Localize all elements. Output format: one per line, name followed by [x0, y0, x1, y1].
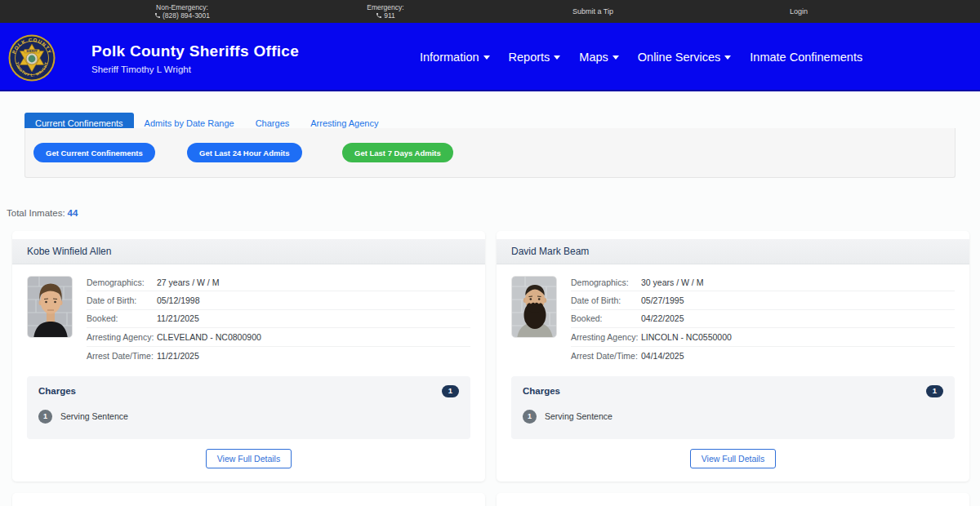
charges-title: Charges	[523, 386, 560, 396]
chevron-down-icon	[483, 55, 490, 60]
site-header: POLK COUNTY TIMOTHY L. WRIGHT SHERIFF Po…	[0, 23, 980, 91]
mugshot-photo	[511, 276, 557, 338]
login-link[interactable]: Login	[766, 0, 831, 23]
mugshot-photo	[27, 276, 73, 338]
view-full-details-button[interactable]: View Full Details	[206, 449, 292, 468]
field-label: Arresting Agency:	[87, 332, 157, 342]
sheriff-badge-logo[interactable]: POLK COUNTY TIMOTHY L. WRIGHT SHERIFF	[8, 33, 56, 82]
brand-titles: Polk County Sheriffs Office Sheriff Timo…	[91, 42, 299, 74]
inmate-cards: Kobe Winfield Allen	[12, 231, 969, 506]
charge-item: 1 Serving Sentence	[523, 410, 943, 424]
charge-label: Serving Sentence	[545, 411, 612, 421]
chevron-down-icon	[612, 55, 619, 60]
get-last-24-hour-admits-button[interactable]: Get Last 24 Hour Admits	[187, 143, 302, 162]
submit-tip-link[interactable]: Submit a Tip	[552, 0, 634, 23]
view-full-details-button[interactable]: View Full Details	[690, 449, 776, 468]
charges-section: Charges 1 1 Serving Sentence	[27, 376, 470, 439]
site-subtitle: Sheriff Timothy L Wright	[91, 64, 299, 74]
phone-icon	[376, 12, 382, 21]
main-content: Current Confinements Admits by Date Rang…	[0, 91, 980, 506]
charges-section: Charges 1 1 Serving Sentence	[511, 376, 955, 439]
get-current-confinements-button[interactable]: Get Current Confinements	[33, 143, 155, 162]
svg-text:SHERIFF: SHERIFF	[26, 50, 38, 53]
charges-title: Charges	[38, 386, 76, 396]
agency-value: LINCOLN - NC0550000	[641, 332, 732, 342]
demographics-value: 27 years / W / M	[157, 277, 219, 287]
booked-value: 11/21/2025	[157, 313, 199, 323]
non-emergency-contact: Non-Emergency: (828) 894-3001	[129, 4, 235, 20]
field-label: Arrest Date/Time:	[571, 351, 641, 361]
charge-item: 1 Serving Sentence	[38, 410, 459, 424]
inmate-fields: Demographics:30 years / W / M Date of Bi…	[571, 273, 955, 365]
field-label: Demographics:	[87, 277, 157, 287]
demographics-value: 30 years / W / M	[641, 277, 703, 287]
dob-value: 05/12/1998	[157, 295, 200, 305]
charge-label: Serving Sentence	[60, 411, 128, 421]
arrest-value: 11/21/2025	[157, 351, 199, 361]
arrest-value: 04/14/2025	[641, 351, 684, 361]
emergency-phone-link[interactable]: 911	[353, 12, 418, 21]
field-label: Demographics:	[571, 277, 641, 287]
utility-topbar: Non-Emergency: (828) 894-3001 Emergency:…	[0, 0, 980, 23]
chevron-down-icon	[554, 55, 560, 60]
non-emergency-phone-link[interactable]: (828) 894-3001	[129, 12, 235, 21]
total-inmates: Total Inmates:44	[7, 208, 78, 218]
field-label: Date of Birth:	[571, 295, 641, 305]
inmate-fields: Demographics:27 years / W / M Date of Bi…	[87, 273, 470, 365]
inmate-name: Kobe Winfield Allen	[12, 239, 485, 264]
charges-count-badge: 1	[926, 385, 943, 397]
phone-icon	[154, 12, 161, 21]
nav-online-services[interactable]: Online Services	[638, 51, 732, 64]
charge-number-badge: 1	[38, 410, 52, 424]
dob-value: 05/27/1995	[641, 295, 684, 305]
agency-value: CLEVELAND - NC0800900	[157, 332, 261, 342]
nav-information[interactable]: Information	[420, 51, 490, 64]
get-last-7-days-admits-button[interactable]: Get Last 7 Days Admits	[342, 143, 453, 162]
field-label: Date of Birth:	[87, 295, 157, 305]
inmate-card: Kobe Winfield Allen	[12, 231, 485, 482]
field-label: Booked:	[87, 313, 157, 323]
inmate-card	[12, 493, 485, 506]
field-label: Arrest Date/Time:	[87, 351, 157, 361]
field-label: Arresting Agency:	[571, 332, 641, 342]
nav-reports[interactable]: Reports	[509, 51, 561, 64]
chevron-down-icon	[724, 55, 731, 60]
total-inmates-value: 44	[68, 208, 78, 218]
inmate-card	[497, 493, 969, 506]
inmate-name: David Mark Beam	[497, 239, 969, 264]
nav-inmate-confinements[interactable]: Inmate Confinements	[750, 51, 862, 64]
charge-number-badge: 1	[523, 410, 537, 424]
charges-count-badge: 1	[442, 385, 459, 397]
nav-maps[interactable]: Maps	[579, 51, 618, 64]
site-title: Polk County Sheriffs Office	[91, 42, 299, 60]
inmate-card: David Mark Beam	[497, 231, 969, 482]
main-nav: Information Reports Maps Online Services…	[420, 23, 862, 91]
booked-value: 04/22/2025	[641, 313, 684, 323]
actions-panel: Get Current Confinements Get Last 24 Hou…	[24, 128, 956, 178]
total-inmates-label: Total Inmates:	[7, 208, 65, 218]
field-label: Booked:	[571, 313, 641, 323]
emergency-contact: Emergency: 911	[353, 4, 418, 20]
